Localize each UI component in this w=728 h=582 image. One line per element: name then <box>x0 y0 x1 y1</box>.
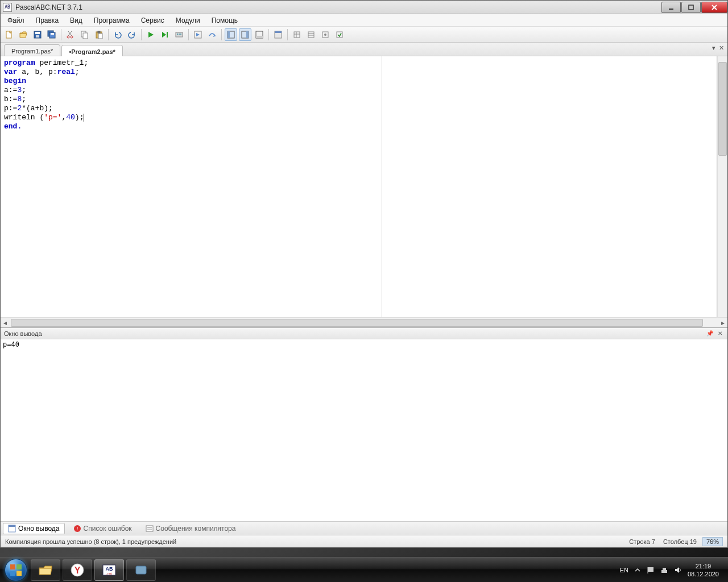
bottom-tab-errors[interactable]: ! Список ошибок <box>68 523 137 534</box>
tray-volume-icon[interactable] <box>674 566 682 574</box>
svg-rect-31 <box>256 36 263 38</box>
taskbar-pascalabc[interactable]: AB.net <box>94 559 124 581</box>
output-body[interactable]: p=40 <box>1 339 727 521</box>
svg-rect-62 <box>661 570 667 573</box>
svg-rect-63 <box>663 568 666 570</box>
compiler-messages-icon <box>146 525 154 533</box>
toggle-panel-left-button[interactable] <box>225 28 237 41</box>
misc-button-3[interactable] <box>319 28 332 41</box>
svg-rect-47 <box>146 526 153 531</box>
misc-button-2[interactable] <box>305 28 317 41</box>
toggle-panel-right-button[interactable] <box>239 28 251 41</box>
tray-language[interactable]: EN <box>620 567 628 573</box>
svg-point-14 <box>71 36 73 38</box>
svg-rect-34 <box>294 32 300 38</box>
svg-rect-29 <box>246 31 249 38</box>
tab-close-icon[interactable]: ✕ <box>719 44 724 52</box>
scroll-right-icon[interactable]: ▸ <box>718 318 727 327</box>
svg-rect-7 <box>36 35 39 38</box>
taskbar-explorer[interactable] <box>31 559 60 581</box>
horizontal-scrollbar[interactable]: ◂ ▸ <box>1 317 727 327</box>
svg-rect-53 <box>16 571 22 576</box>
save-all-button[interactable] <box>46 28 58 41</box>
run-no-debug-button[interactable] <box>159 28 171 41</box>
panel-close-icon[interactable]: ✕ <box>716 330 724 338</box>
svg-text:!: ! <box>76 526 78 531</box>
bottom-tab-bar: Окно вывода ! Список ошибок Сообщения ко… <box>1 521 727 535</box>
tray-clock[interactable]: 21:19 08.12.2020 <box>688 562 719 578</box>
run-button[interactable] <box>144 28 157 41</box>
paste-button[interactable] <box>93 28 105 41</box>
system-tray: EN 21:19 08.12.2020 <box>614 562 725 578</box>
tab-program1[interactable]: Program1.pas* <box>4 44 60 56</box>
svg-point-13 <box>67 36 69 38</box>
minimize-button[interactable] <box>661 2 681 13</box>
windows-orb-icon <box>5 559 27 581</box>
tray-chevron-icon[interactable] <box>634 567 641 573</box>
tab-dropdown-icon[interactable]: ▾ <box>712 44 715 52</box>
compile-button[interactable] <box>173 28 185 41</box>
menu-program[interactable]: Программа <box>89 15 134 26</box>
close-button[interactable] <box>701 2 727 13</box>
misc-button-1[interactable] <box>291 28 303 41</box>
editor-pane: program perimetr_1; var a, b, p:real; be… <box>1 56 727 317</box>
toggle-panel-bottom-button[interactable] <box>253 28 266 41</box>
copy-button[interactable] <box>78 28 91 41</box>
svg-rect-19 <box>98 34 102 39</box>
output-header: Окно вывода 📌 ✕ <box>1 328 727 339</box>
app-window: AB PascalABC.NET 3.7.1 Файл Правка Вид П… <box>0 0 728 548</box>
tray-flag-icon[interactable] <box>647 566 655 574</box>
misc-button-4[interactable] <box>333 28 346 41</box>
undo-button[interactable] <box>111 28 124 41</box>
redo-button[interactable] <box>126 28 138 41</box>
horizontal-scroll-thumb[interactable] <box>11 319 703 327</box>
svg-rect-10 <box>51 33 54 35</box>
code-editor[interactable]: program perimetr_1; var a, b, p:real; be… <box>1 56 717 317</box>
error-list-icon: ! <box>73 525 81 533</box>
svg-rect-52 <box>10 571 15 576</box>
pascalabc-icon: AB.net <box>102 564 117 576</box>
menu-service[interactable]: Сервис <box>136 15 169 26</box>
svg-rect-1 <box>689 5 693 10</box>
open-file-button[interactable] <box>17 28 30 41</box>
svg-rect-51 <box>16 564 22 569</box>
save-button[interactable] <box>31 28 44 41</box>
status-compile-text: Компиляция прошла успешно (8 строк), 1 п… <box>5 538 176 545</box>
vertical-scrollbar[interactable] <box>717 56 727 317</box>
status-bar: Компиляция прошла успешно (8 строк), 1 п… <box>1 535 727 547</box>
maximize-button[interactable] <box>681 2 701 13</box>
status-zoom[interactable]: 76% <box>702 537 723 546</box>
tray-network-icon[interactable] <box>660 566 668 574</box>
bottom-tab-compiler[interactable]: Сообщения компилятора <box>140 523 241 534</box>
svg-text:Y: Y <box>75 566 81 575</box>
svg-rect-33 <box>275 31 282 33</box>
toolbar <box>1 27 727 43</box>
folder-icon <box>38 564 53 576</box>
cut-button[interactable] <box>64 28 77 41</box>
taskbar-app-2[interactable] <box>126 559 156 581</box>
form-designer-button[interactable] <box>272 28 284 41</box>
fold-guide <box>382 56 382 317</box>
taskbar-browser[interactable]: Y <box>63 559 92 581</box>
svg-text:.net: .net <box>106 572 112 575</box>
output-window-icon <box>8 525 16 533</box>
menu-help[interactable]: Помощь <box>207 15 242 26</box>
scroll-left-icon[interactable]: ◂ <box>1 318 10 327</box>
menu-edit[interactable]: Правка <box>31 15 64 26</box>
menu-view[interactable]: Вид <box>65 15 87 26</box>
menu-modules[interactable]: Модули <box>171 15 205 26</box>
pin-icon[interactable]: 📌 <box>706 330 714 338</box>
yandex-icon: Y <box>70 563 85 577</box>
bottom-tab-output[interactable]: Окно вывода <box>3 523 65 534</box>
start-button[interactable] <box>3 558 28 583</box>
step-over-button[interactable] <box>206 28 218 41</box>
svg-rect-37 <box>308 32 314 38</box>
tab-program2[interactable]: •Program2.pas* <box>61 45 123 56</box>
menu-file[interactable]: Файл <box>3 15 29 26</box>
status-column: Столбец 19 <box>663 538 697 545</box>
new-file-button[interactable] <box>3 28 15 41</box>
svg-text:AB: AB <box>106 566 113 572</box>
step-into-button[interactable] <box>192 28 204 41</box>
vertical-scroll-thumb[interactable] <box>718 62 727 156</box>
title-bar: AB PascalABC.NET 3.7.1 <box>1 1 727 14</box>
